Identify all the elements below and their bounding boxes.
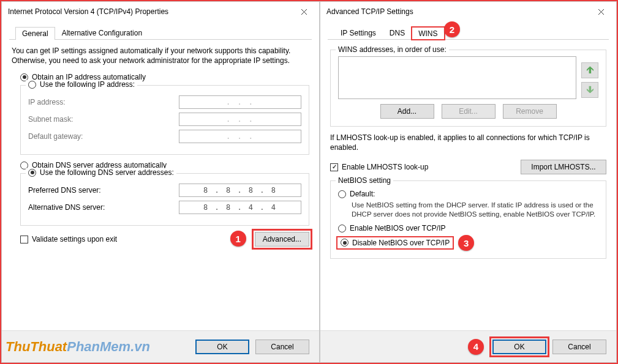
titlebar: Internet Protocol Version 4 (TCP/IPv4) P…: [2, 2, 319, 21]
lmhosts-description: If LMHOSTS look-up is enabled, it applie…: [330, 133, 606, 152]
advanced-tcpip-dialog: Advanced TCP/IP Settings IP Settings DNS…: [320, 1, 617, 363]
netbios-fieldset: NetBIOS setting Default: Use NetBIOS set…: [330, 180, 606, 259]
tab-wins[interactable]: WINS: [412, 27, 444, 40]
arrow-down-icon: 🡳: [586, 85, 594, 95]
tab-alternative-configuration[interactable]: Alternative Configuration: [55, 26, 149, 39]
remove-button[interactable]: Remove: [503, 104, 557, 119]
dialog-title: Advanced TCP/IP Settings: [326, 7, 413, 16]
add-button[interactable]: Add...: [380, 104, 434, 119]
wins-address-list[interactable]: [338, 56, 576, 99]
close-button[interactable]: [290, 2, 318, 21]
arrow-up-icon: 🡱: [586, 65, 594, 75]
validate-checkbox-row[interactable]: Validate settings upon exit: [20, 235, 117, 243]
checkbox-label: Validate settings upon exit: [32, 235, 117, 243]
close-button[interactable]: [587, 2, 615, 21]
bottom-bar: OK Cancel ThuThuatPhanMem.vn: [2, 330, 319, 362]
tabstrip: General Alternative Configuration: [9, 25, 312, 40]
cancel-button[interactable]: Cancel: [255, 340, 309, 354]
step-marker-1: 1: [230, 231, 246, 247]
radio-label: Use the following IP address:: [40, 80, 135, 89]
wins-legend: WINS addresses, in order of use:: [336, 45, 449, 54]
ip-address-label: IP address:: [28, 98, 65, 106]
ok-button[interactable]: OK: [195, 340, 249, 354]
dialog-body: WINS addresses, in order of use: 🡱 🡳 Add…: [320, 40, 616, 330]
preferred-dns-input[interactable]: 8 . 8 . 8 . 8: [179, 184, 301, 197]
radio-label: Enable NetBIOS over TCP/IP: [350, 224, 446, 232]
preferred-dns-label: Preferred DNS server:: [28, 186, 101, 195]
edit-button[interactable]: Edit...: [442, 104, 496, 119]
radio-use-following-ip[interactable]: [28, 81, 36, 89]
radio-use-following-dns[interactable]: [28, 169, 36, 177]
move-down-button[interactable]: 🡳: [581, 82, 598, 98]
step-marker-2: 2: [444, 21, 460, 37]
checkbox-icon: [330, 163, 338, 171]
radio-netbios-default[interactable]: Default:: [338, 190, 598, 198]
radio-netbios-enable[interactable]: Enable NetBIOS over TCP/IP: [338, 224, 598, 232]
import-lmhosts-button[interactable]: Import LMHOSTS...: [521, 160, 606, 174]
radio-label: Default:: [350, 190, 375, 198]
manual-ip-fieldset: Use the following IP address: IP address…: [20, 85, 309, 155]
tab-dns[interactable]: DNS: [383, 26, 412, 39]
radio-label: Use the following DNS server addresses:: [40, 168, 174, 177]
watermark: ThuThuatPhanMem.vn: [6, 339, 150, 355]
default-gateway-label: Default gateway:: [28, 132, 83, 141]
netbios-default-desc: Use NetBIOS setting from the DHCP server…: [352, 201, 598, 219]
bottom-bar: 4 OK Cancel: [320, 330, 616, 362]
ok-button[interactable]: OK: [492, 340, 546, 354]
checkbox-icon: [20, 236, 28, 243]
description-text: You can get IP settings assigned automat…: [12, 46, 309, 65]
enable-lmhosts-checkbox[interactable]: Enable LMHOSTS look-up: [330, 163, 428, 171]
ipv4-properties-dialog: Internet Protocol Version 4 (TCP/IPv4) P…: [1, 1, 320, 363]
subnet-mask-label: Subnet mask:: [28, 115, 73, 124]
manual-dns-fieldset: Use the following DNS server addresses: …: [20, 173, 309, 226]
default-gateway-input[interactable]: . . .: [179, 130, 301, 143]
tab-general[interactable]: General: [15, 27, 55, 40]
step-marker-3: 3: [458, 235, 474, 251]
radio-label: Disable NetBIOS over TCP/IP: [352, 239, 450, 247]
alternative-dns-label: Alternative DNS server:: [28, 203, 105, 212]
checkbox-label: Enable LMHOSTS look-up: [342, 163, 428, 171]
step-marker-4: 4: [468, 339, 484, 355]
ip-address-input[interactable]: . . .: [179, 95, 301, 109]
titlebar: Advanced TCP/IP Settings: [320, 2, 616, 21]
radio-netbios-disable[interactable]: [341, 239, 349, 247]
wins-addresses-fieldset: WINS addresses, in order of use: 🡱 🡳 Add…: [330, 50, 606, 127]
advanced-button[interactable]: Advanced...: [255, 232, 309, 247]
radio-icon: [338, 225, 346, 232]
netbios-legend: NetBIOS setting: [336, 176, 393, 185]
dialog-body: You can get IP settings assigned automat…: [2, 40, 319, 330]
tab-ip-settings[interactable]: IP Settings: [334, 26, 383, 39]
radio-icon: [338, 190, 346, 198]
subnet-mask-input[interactable]: . . .: [179, 113, 301, 126]
dialog-title: Internet Protocol Version 4 (TCP/IPv4) P…: [8, 7, 168, 16]
tabstrip: IP Settings DNS WINS 2: [328, 25, 609, 40]
alternative-dns-input[interactable]: 8 . 8 . 4 . 4: [179, 201, 301, 214]
move-up-button[interactable]: 🡱: [581, 62, 598, 78]
cancel-button[interactable]: Cancel: [552, 340, 606, 354]
